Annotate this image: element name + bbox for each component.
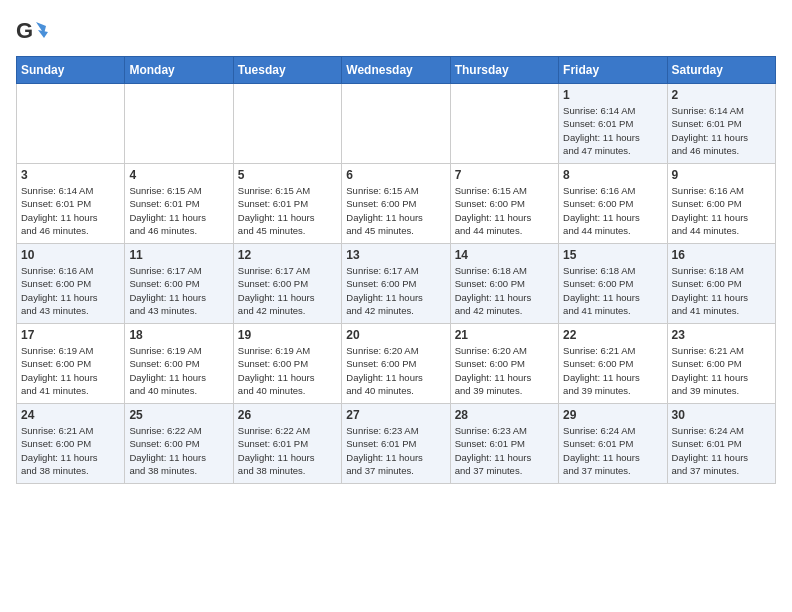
day-number: 29 (563, 408, 662, 422)
day-info: Sunrise: 6:16 AMSunset: 6:00 PMDaylight:… (563, 184, 662, 237)
day-info: Sunrise: 6:16 AMSunset: 6:00 PMDaylight:… (21, 264, 120, 317)
day-info: Sunrise: 6:21 AMSunset: 6:00 PMDaylight:… (21, 424, 120, 477)
day-info: Sunrise: 6:19 AMSunset: 6:00 PMDaylight:… (21, 344, 120, 397)
calendar-cell: 15Sunrise: 6:18 AMSunset: 6:00 PMDayligh… (559, 244, 667, 324)
day-number: 14 (455, 248, 554, 262)
calendar-cell: 16Sunrise: 6:18 AMSunset: 6:00 PMDayligh… (667, 244, 775, 324)
day-number: 12 (238, 248, 337, 262)
day-info: Sunrise: 6:17 AMSunset: 6:00 PMDaylight:… (129, 264, 228, 317)
day-info: Sunrise: 6:20 AMSunset: 6:00 PMDaylight:… (455, 344, 554, 397)
calendar-cell: 21Sunrise: 6:20 AMSunset: 6:00 PMDayligh… (450, 324, 558, 404)
calendar-cell (233, 84, 341, 164)
day-number: 24 (21, 408, 120, 422)
calendar-cell: 5Sunrise: 6:15 AMSunset: 6:01 PMDaylight… (233, 164, 341, 244)
calendar-cell: 18Sunrise: 6:19 AMSunset: 6:00 PMDayligh… (125, 324, 233, 404)
day-info: Sunrise: 6:24 AMSunset: 6:01 PMDaylight:… (563, 424, 662, 477)
day-info: Sunrise: 6:19 AMSunset: 6:00 PMDaylight:… (129, 344, 228, 397)
calendar-cell: 30Sunrise: 6:24 AMSunset: 6:01 PMDayligh… (667, 404, 775, 484)
day-info: Sunrise: 6:21 AMSunset: 6:00 PMDaylight:… (672, 344, 771, 397)
day-number: 2 (672, 88, 771, 102)
day-info: Sunrise: 6:15 AMSunset: 6:01 PMDaylight:… (129, 184, 228, 237)
day-number: 8 (563, 168, 662, 182)
day-number: 22 (563, 328, 662, 342)
day-info: Sunrise: 6:23 AMSunset: 6:01 PMDaylight:… (346, 424, 445, 477)
day-number: 19 (238, 328, 337, 342)
calendar-cell: 23Sunrise: 6:21 AMSunset: 6:00 PMDayligh… (667, 324, 775, 404)
day-number: 4 (129, 168, 228, 182)
logo-icon: G (16, 16, 48, 48)
calendar-cell: 2Sunrise: 6:14 AMSunset: 6:01 PMDaylight… (667, 84, 775, 164)
logo: G (16, 16, 52, 48)
day-number: 10 (21, 248, 120, 262)
day-info: Sunrise: 6:17 AMSunset: 6:00 PMDaylight:… (346, 264, 445, 317)
day-number: 17 (21, 328, 120, 342)
calendar-cell: 20Sunrise: 6:20 AMSunset: 6:00 PMDayligh… (342, 324, 450, 404)
day-info: Sunrise: 6:21 AMSunset: 6:00 PMDaylight:… (563, 344, 662, 397)
calendar-cell: 1Sunrise: 6:14 AMSunset: 6:01 PMDaylight… (559, 84, 667, 164)
day-number: 13 (346, 248, 445, 262)
day-info: Sunrise: 6:15 AMSunset: 6:00 PMDaylight:… (455, 184, 554, 237)
day-number: 23 (672, 328, 771, 342)
calendar-cell: 24Sunrise: 6:21 AMSunset: 6:00 PMDayligh… (17, 404, 125, 484)
day-info: Sunrise: 6:14 AMSunset: 6:01 PMDaylight:… (563, 104, 662, 157)
calendar-cell (450, 84, 558, 164)
day-number: 1 (563, 88, 662, 102)
page-header: G (16, 16, 776, 48)
calendar-cell: 6Sunrise: 6:15 AMSunset: 6:00 PMDaylight… (342, 164, 450, 244)
day-number: 5 (238, 168, 337, 182)
column-header-tuesday: Tuesday (233, 57, 341, 84)
day-number: 26 (238, 408, 337, 422)
calendar-cell: 3Sunrise: 6:14 AMSunset: 6:01 PMDaylight… (17, 164, 125, 244)
day-info: Sunrise: 6:15 AMSunset: 6:00 PMDaylight:… (346, 184, 445, 237)
day-info: Sunrise: 6:22 AMSunset: 6:00 PMDaylight:… (129, 424, 228, 477)
day-info: Sunrise: 6:14 AMSunset: 6:01 PMDaylight:… (21, 184, 120, 237)
day-info: Sunrise: 6:19 AMSunset: 6:00 PMDaylight:… (238, 344, 337, 397)
calendar-cell: 26Sunrise: 6:22 AMSunset: 6:01 PMDayligh… (233, 404, 341, 484)
day-number: 30 (672, 408, 771, 422)
column-header-sunday: Sunday (17, 57, 125, 84)
day-info: Sunrise: 6:18 AMSunset: 6:00 PMDaylight:… (672, 264, 771, 317)
day-info: Sunrise: 6:24 AMSunset: 6:01 PMDaylight:… (672, 424, 771, 477)
svg-text:G: G (16, 18, 33, 43)
calendar-cell: 25Sunrise: 6:22 AMSunset: 6:00 PMDayligh… (125, 404, 233, 484)
column-header-saturday: Saturday (667, 57, 775, 84)
day-number: 16 (672, 248, 771, 262)
svg-marker-2 (38, 30, 48, 38)
calendar-cell: 13Sunrise: 6:17 AMSunset: 6:00 PMDayligh… (342, 244, 450, 324)
day-number: 25 (129, 408, 228, 422)
day-info: Sunrise: 6:20 AMSunset: 6:00 PMDaylight:… (346, 344, 445, 397)
day-info: Sunrise: 6:23 AMSunset: 6:01 PMDaylight:… (455, 424, 554, 477)
calendar-cell (17, 84, 125, 164)
day-number: 27 (346, 408, 445, 422)
day-number: 21 (455, 328, 554, 342)
day-number: 15 (563, 248, 662, 262)
day-number: 20 (346, 328, 445, 342)
column-header-friday: Friday (559, 57, 667, 84)
calendar-cell (125, 84, 233, 164)
calendar-cell: 10Sunrise: 6:16 AMSunset: 6:00 PMDayligh… (17, 244, 125, 324)
day-info: Sunrise: 6:17 AMSunset: 6:00 PMDaylight:… (238, 264, 337, 317)
calendar-cell (342, 84, 450, 164)
calendar-cell: 7Sunrise: 6:15 AMSunset: 6:00 PMDaylight… (450, 164, 558, 244)
calendar-cell: 12Sunrise: 6:17 AMSunset: 6:00 PMDayligh… (233, 244, 341, 324)
calendar-cell: 14Sunrise: 6:18 AMSunset: 6:00 PMDayligh… (450, 244, 558, 324)
day-number: 28 (455, 408, 554, 422)
calendar-cell: 11Sunrise: 6:17 AMSunset: 6:00 PMDayligh… (125, 244, 233, 324)
day-number: 9 (672, 168, 771, 182)
calendar-cell: 27Sunrise: 6:23 AMSunset: 6:01 PMDayligh… (342, 404, 450, 484)
day-number: 7 (455, 168, 554, 182)
day-info: Sunrise: 6:18 AMSunset: 6:00 PMDaylight:… (563, 264, 662, 317)
day-info: Sunrise: 6:15 AMSunset: 6:01 PMDaylight:… (238, 184, 337, 237)
day-info: Sunrise: 6:16 AMSunset: 6:00 PMDaylight:… (672, 184, 771, 237)
calendar-cell: 22Sunrise: 6:21 AMSunset: 6:00 PMDayligh… (559, 324, 667, 404)
calendar-cell: 9Sunrise: 6:16 AMSunset: 6:00 PMDaylight… (667, 164, 775, 244)
calendar-cell: 19Sunrise: 6:19 AMSunset: 6:00 PMDayligh… (233, 324, 341, 404)
calendar-cell: 8Sunrise: 6:16 AMSunset: 6:00 PMDaylight… (559, 164, 667, 244)
day-info: Sunrise: 6:22 AMSunset: 6:01 PMDaylight:… (238, 424, 337, 477)
calendar-cell: 4Sunrise: 6:15 AMSunset: 6:01 PMDaylight… (125, 164, 233, 244)
day-info: Sunrise: 6:14 AMSunset: 6:01 PMDaylight:… (672, 104, 771, 157)
calendar-header: SundayMondayTuesdayWednesdayThursdayFrid… (17, 57, 776, 84)
column-header-thursday: Thursday (450, 57, 558, 84)
day-info: Sunrise: 6:18 AMSunset: 6:00 PMDaylight:… (455, 264, 554, 317)
day-number: 6 (346, 168, 445, 182)
